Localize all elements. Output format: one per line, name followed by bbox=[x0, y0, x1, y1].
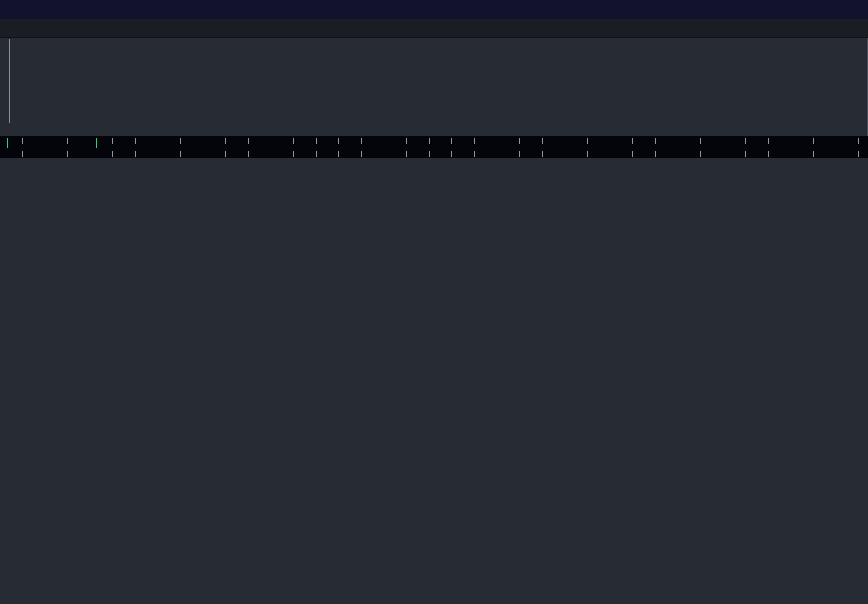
menu-bar bbox=[0, 19, 868, 38]
app-window bbox=[0, 0, 868, 604]
balance-chart bbox=[0, 38, 868, 136]
timeline-ticks-bottom bbox=[0, 151, 868, 157]
timeline-dashed-line bbox=[0, 149, 868, 149]
timeline-ticks-top bbox=[0, 138, 868, 144]
chart-plot-area bbox=[9, 39, 862, 123]
bottom-timeline bbox=[0, 136, 868, 158]
timeline-green-bar bbox=[96, 138, 97, 148]
balance-line bbox=[10, 39, 862, 123]
timeline-green-bar bbox=[7, 138, 8, 148]
title-bar bbox=[0, 0, 868, 19]
